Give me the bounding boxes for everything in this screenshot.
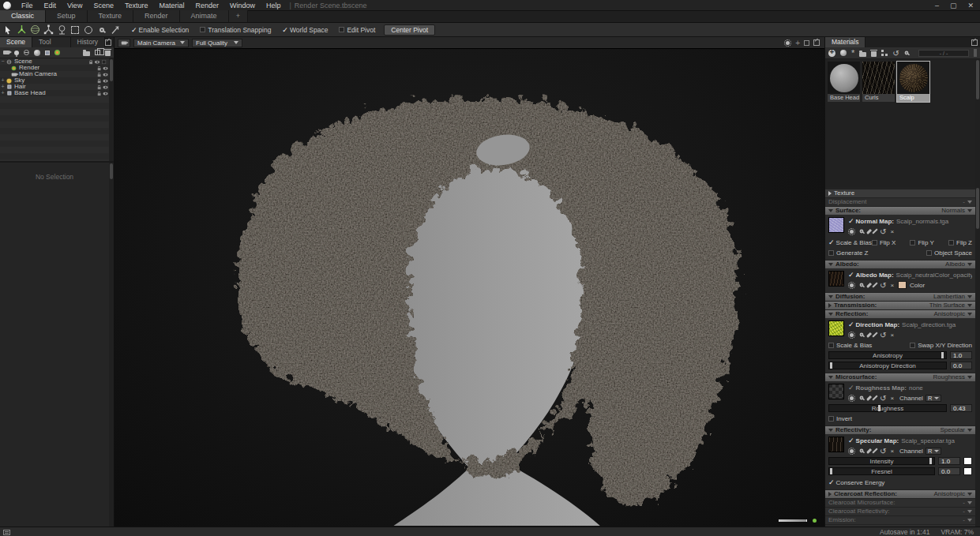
select-tool-icon[interactable] <box>2 24 13 36</box>
albedo-color-swatch[interactable] <box>898 281 907 289</box>
tree-row-hair[interactable]: + Hair <box>0 84 109 90</box>
section-texture[interactable]: Texture <box>825 189 975 197</box>
add-render-icon[interactable] <box>54 50 60 55</box>
map-edit-icon[interactable] <box>872 448 877 453</box>
fresnel-slider[interactable]: Fresnel <box>828 467 935 475</box>
swap-xy-direction-toggle[interactable]: Swap X/Y Direction <box>910 342 972 349</box>
properties-scrollbar[interactable] <box>109 163 114 527</box>
channel-select[interactable]: R <box>926 448 941 455</box>
section-displacement[interactable]: Displacement - <box>825 198 975 206</box>
popout-panel-icon[interactable] <box>971 39 978 46</box>
anisotropy-slider[interactable]: Anisotropy <box>828 351 947 359</box>
invert-toggle[interactable]: Invert <box>828 415 852 422</box>
tree-row-main-camera[interactable]: Main Camera <box>0 71 109 77</box>
duplicate-icon[interactable] <box>95 50 100 55</box>
normal-map-thumbnail[interactable] <box>828 217 844 233</box>
albedo-mode-select[interactable]: Albedo <box>945 261 972 268</box>
close-button[interactable]: ✕ <box>967 2 974 9</box>
map-clear-icon[interactable]: × <box>890 332 894 339</box>
quality-select[interactable]: Full Quality <box>192 39 242 47</box>
map-settings-icon[interactable] <box>850 283 854 287</box>
direction-map-thumbnail[interactable] <box>828 320 844 336</box>
map-settings-icon[interactable] <box>850 230 854 234</box>
map-settings-icon[interactable] <box>850 449 854 453</box>
tree-row-render[interactable]: Render <box>0 65 109 71</box>
section-emission[interactable]: Emission: - <box>825 516 975 524</box>
map-reload-icon[interactable]: ↺ <box>880 332 886 339</box>
visibility-icon[interactable] <box>103 85 108 88</box>
visibility-icon[interactable] <box>95 60 100 63</box>
world-space-toggle[interactable]: ✓World Space <box>282 26 328 34</box>
clear-material-icon[interactable]: * <box>851 50 854 57</box>
map-eyedropper-icon[interactable] <box>866 448 872 453</box>
tab-materials[interactable]: Materials <box>825 37 865 47</box>
thumbnail-size-slider[interactable] <box>974 49 977 57</box>
console-icon[interactable] <box>3 530 10 535</box>
map-clear-icon[interactable]: × <box>890 228 894 235</box>
map-clear-icon[interactable]: × <box>890 448 894 455</box>
tab-history[interactable]: History <box>71 37 105 47</box>
section-clearcoat-reflection[interactable]: Clearcoat Reflection: Anisotropic <box>825 490 975 498</box>
clearcoat-reflection-mode-select[interactable]: Anisotropic <box>933 490 972 498</box>
transform-tool-icon[interactable] <box>56 24 67 36</box>
duplicate-material-icon[interactable] <box>840 50 847 56</box>
minimize-button[interactable]: – <box>935 2 939 9</box>
section-albedo[interactable]: Albedo: Albedo <box>825 261 975 268</box>
add-tab-button[interactable]: + <box>229 10 248 22</box>
section-clearcoat-microsurface[interactable]: Clearcoat Microsurface: - <box>825 499 975 507</box>
search-icon[interactable] <box>904 51 908 55</box>
channel-select[interactable]: R <box>926 395 941 402</box>
viewport-settings-icon[interactable] <box>786 41 790 45</box>
diffusion-mode-select[interactable]: Lambertian <box>933 293 972 301</box>
lock-icon[interactable] <box>89 62 92 64</box>
flip-z-toggle[interactable]: Flip Z <box>948 239 972 246</box>
conserve-energy-toggle[interactable]: ✓Conserve Energy <box>828 478 884 486</box>
visibility-icon[interactable] <box>103 92 108 95</box>
object-space-toggle[interactable]: Object Space <box>926 249 972 257</box>
surface-mode-select[interactable]: Normals <box>941 207 972 215</box>
map-eyedropper-icon[interactable] <box>866 395 872 400</box>
lock-icon[interactable] <box>98 74 101 77</box>
tree-row-base-head[interactable]: + Base Head <box>0 90 109 96</box>
reflection-scale-bias-toggle[interactable]: Scale & Bias <box>828 342 910 349</box>
lock-icon[interactable] <box>98 68 101 70</box>
anisotropy-direction-value[interactable]: 0.0 <box>950 362 972 369</box>
map-locate-icon[interactable] <box>860 230 864 234</box>
lock-icon[interactable] <box>98 87 101 89</box>
center-pivot-button[interactable]: Center Pivot <box>384 24 435 36</box>
anisotropy-direction-slider[interactable]: Anisotropy Direction <box>828 362 947 369</box>
generate-z-toggle[interactable]: Generate Z <box>828 249 926 257</box>
new-folder-icon[interactable] <box>859 52 866 57</box>
menu-edit[interactable]: Edit <box>39 0 62 11</box>
tab-setup[interactable]: Setup <box>46 10 88 22</box>
flip-x-toggle[interactable]: Flip X <box>872 239 911 246</box>
expand-icon[interactable]: + <box>0 90 6 96</box>
section-reflectivity[interactable]: Reflectivity: Specular <box>825 426 975 434</box>
materials-scrollbar[interactable] <box>975 59 980 187</box>
delete-material-icon[interactable] <box>871 51 877 57</box>
albedo-map-thumbnail[interactable] <box>828 271 844 287</box>
map-edit-icon[interactable] <box>872 395 877 400</box>
section-surface[interactable]: Surface: Normals <box>825 207 975 215</box>
add-object-icon[interactable] <box>34 50 40 56</box>
fresnel-color-swatch[interactable] <box>963 467 972 475</box>
lock-icon[interactable] <box>98 81 101 83</box>
map-locate-icon[interactable] <box>860 449 864 453</box>
map-reload-icon[interactable]: ↺ <box>880 228 886 235</box>
map-eyedropper-icon[interactable] <box>866 282 872 287</box>
roughness-value[interactable]: 0.43 <box>950 404 972 412</box>
flip-y-toggle[interactable]: Flip Y <box>910 239 948 246</box>
material-curls[interactable]: Curls <box>862 62 895 102</box>
ellipse-select-tool-icon[interactable] <box>83 24 94 36</box>
visibility-icon[interactable] <box>103 79 108 82</box>
section-reflection[interactable]: Reflection: Anisotropic <box>825 310 975 318</box>
menu-view[interactable]: View <box>62 0 88 11</box>
viewport-frame-icon[interactable] <box>804 40 809 46</box>
add-sky-icon[interactable] <box>24 50 29 55</box>
intensity-color-swatch[interactable] <box>963 457 972 465</box>
expand-icon[interactable]: + <box>0 84 6 90</box>
menu-scene[interactable]: Scene <box>88 0 119 11</box>
roughness-map-thumbnail[interactable] <box>828 384 844 399</box>
new-material-icon[interactable] <box>828 50 835 57</box>
tree-row-scene[interactable]: − Scene <box>0 58 109 65</box>
